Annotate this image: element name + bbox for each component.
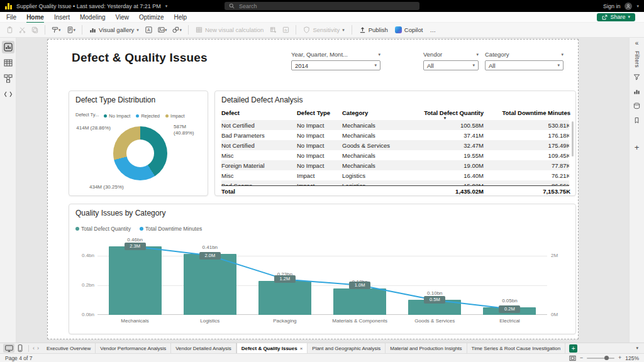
new-visual-calculation-button[interactable]: New visual calculation: [194, 25, 265, 35]
menu-file[interactable]: File: [6, 14, 16, 21]
bookmarks-pane-icon[interactable]: [631, 116, 643, 126]
table-cell: 19.55M: [406, 152, 484, 159]
data-pane-icon[interactable]: [631, 101, 643, 111]
desktop-view-icon[interactable]: [3, 344, 14, 353]
tab-time-series-root-cause-investigation[interactable]: Time Series & Root Cause Investigation: [467, 343, 566, 353]
table-row[interactable]: MiscImpactLogistics16.40M76.21K: [221, 170, 569, 180]
chevron-down-icon[interactable]: ▾: [636, 4, 639, 9]
legend-item[interactable]: Rejected: [136, 113, 160, 119]
legend-item[interactable]: Total Downtime Minutes: [140, 226, 202, 232]
combo-card[interactable]: Quality Issues by Category Total Defect …: [69, 204, 576, 334]
table-row[interactable]: Bad ParametersNo ImpactMechanicals37.41M…: [221, 130, 569, 140]
legend-item[interactable]: Impact: [165, 113, 185, 119]
menu-modeling[interactable]: Modeling: [80, 14, 106, 21]
slicer-dropdown[interactable]: All▾: [485, 60, 564, 70]
new-measure-icon[interactable]: [269, 25, 278, 35]
donut-card[interactable]: Defect Type Distribution Defect Ty... No…: [69, 90, 208, 196]
fit-to-page-icon[interactable]: [569, 355, 576, 361]
tabs-scroll-right-icon[interactable]: ›: [36, 345, 40, 351]
close-icon[interactable]: ×: [300, 346, 303, 351]
left-rail: [0, 38, 16, 343]
new-page-button[interactable]: +: [569, 344, 577, 353]
ribbon: ▾ ▾ Visual gallery▾ A ▾ ▾ New visual cal…: [0, 23, 644, 38]
tabs-scroll-left-icon[interactable]: ‹: [31, 345, 36, 351]
table-row[interactable]: Not CertifiedNo ImpactMechanicals100.58M…: [221, 120, 569, 130]
avatar[interactable]: [625, 3, 632, 10]
share-button[interactable]: Share ▾: [597, 13, 635, 21]
search-input[interactable]: [238, 3, 415, 10]
line-value-label: 2.3M: [125, 243, 146, 250]
menu-optimize[interactable]: Optimize: [139, 14, 164, 21]
table-row[interactable]: Not CertifiedNo ImpactGoods & Services32…: [221, 140, 569, 150]
column-header[interactable]: Total Defect Quantity▼: [406, 107, 484, 120]
column-header[interactable]: Category: [342, 107, 406, 120]
cut-icon[interactable]: [18, 25, 27, 35]
legend-item[interactable]: Total Defect Quantity: [75, 226, 131, 232]
table-row[interactable]: MiscNo ImpactMechanicals19.55M109.45K: [221, 150, 569, 160]
legend-item[interactable]: No Impact: [104, 113, 130, 119]
model-view-icon[interactable]: [2, 72, 14, 85]
tab-executive-overview[interactable]: Executive Overview: [42, 343, 96, 353]
table-row[interactable]: Foreign MaterialNo ImpactMechanicals19.0…: [221, 160, 569, 170]
column-header[interactable]: Defect: [221, 107, 297, 120]
table-card[interactable]: Detailed Defect Analysis DefectDefect Ty…: [214, 90, 576, 196]
donut-chart[interactable]: [113, 126, 167, 180]
tab-label: Vendor Performance Analysis: [100, 346, 166, 351]
dax-query-view-icon[interactable]: [2, 88, 14, 101]
table-row[interactable]: Bad SeamsImpactLogistics15.02M86.56K: [221, 180, 569, 185]
table-scrollbar[interactable]: [572, 121, 574, 156]
format-painter-icon[interactable]: ▾: [50, 25, 62, 35]
zoom-slider-knob[interactable]: [604, 356, 609, 360]
slicer-dropdown[interactable]: 2014▾: [291, 60, 380, 70]
tab-label: Plant and Geographic Analysis: [312, 346, 380, 351]
image-icon[interactable]: ▾: [157, 25, 169, 35]
sensitivity-button[interactable]: Sensitivity▾: [301, 25, 346, 35]
menu-view[interactable]: View: [116, 14, 130, 21]
tab-material-and-production-insights[interactable]: Material and Production Insights: [386, 343, 467, 353]
global-search[interactable]: [225, 2, 419, 10]
tab-defect-quality-issues[interactable]: Defect & Quality Issues×: [236, 343, 308, 353]
tab-vendor-detailed-analysis[interactable]: Vendor Detailed Analysis: [171, 343, 236, 353]
filter-icon[interactable]: [631, 72, 643, 82]
tab-vendor-performance-analysis[interactable]: Vendor Performance Analysis: [96, 343, 171, 353]
legend-label: Impact: [170, 113, 185, 119]
shapes-icon[interactable]: ▾: [171, 25, 183, 35]
zoom-out-icon[interactable]: −: [580, 355, 583, 361]
page-refresh-icon[interactable]: ▾: [65, 25, 77, 35]
column-header[interactable]: Total Downtime Minutes: [484, 107, 570, 120]
menu-home[interactable]: Home: [26, 14, 44, 21]
table-cell: 37.41M: [406, 132, 484, 139]
menu-insert[interactable]: Insert: [54, 14, 70, 21]
mobile-view-icon[interactable]: [14, 344, 26, 353]
table-cell: Logistics: [342, 172, 406, 179]
tab-list-icon[interactable]: ▾: [633, 346, 641, 351]
chevron-down-icon[interactable]: ▾: [165, 4, 168, 9]
filters-pane-label[interactable]: Filters: [634, 51, 640, 68]
zoom-in-icon[interactable]: +: [618, 355, 621, 361]
paste-icon[interactable]: [5, 25, 14, 35]
more-options-button[interactable]: …: [428, 25, 438, 35]
report-page[interactable]: Defect & Quality Issues Year, Quarter, M…: [47, 39, 579, 339]
table-view-icon[interactable]: [2, 57, 14, 69]
visual-gallery-button[interactable]: Visual gallery▾: [87, 25, 141, 35]
collapse-panes-icon[interactable]: «: [635, 40, 639, 47]
zoom-slider[interactable]: [587, 358, 614, 359]
text-box-icon[interactable]: A: [144, 25, 153, 35]
table-cell: 100.58M: [406, 122, 484, 129]
table-cell: No Impact: [297, 152, 342, 159]
sign-in-button[interactable]: Sign in: [603, 3, 621, 9]
tab-plant-and-geographic-analysis[interactable]: Plant and Geographic Analysis: [308, 343, 386, 353]
visualizations-pane-icon[interactable]: [631, 87, 643, 97]
publish-button[interactable]: Publish: [357, 25, 390, 35]
copy-icon[interactable]: [30, 25, 40, 35]
tab-label: Executive Overview: [47, 346, 91, 351]
menu-help[interactable]: Help: [174, 14, 187, 21]
legend-dot: [165, 114, 169, 118]
report-view-icon[interactable]: [2, 41, 14, 53]
column-header[interactable]: Defect Type: [297, 107, 342, 120]
slicer-dropdown[interactable]: All▾: [423, 60, 479, 70]
copilot-button[interactable]: Copilot: [393, 25, 425, 35]
add-pane-icon[interactable]: +: [635, 144, 640, 151]
table-cell: 16.40M: [406, 172, 484, 179]
quick-measure-icon[interactable]: fx: [281, 25, 291, 35]
